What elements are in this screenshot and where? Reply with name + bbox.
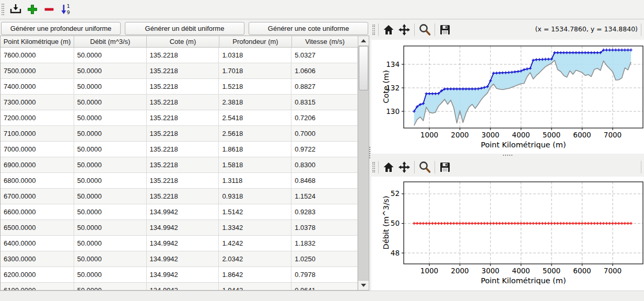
table-cell[interactable]: 50.0000 (74, 157, 147, 173)
table-cell[interactable]: 5.0327 (291, 48, 358, 63)
table-row[interactable]: 6600.000050.0000134.99421.51420.9283 (1, 204, 358, 220)
table-row[interactable]: 7500.000050.0000135.22181.70181.0606 (1, 63, 358, 79)
import-button[interactable] (7, 2, 24, 17)
table-row[interactable]: 6700.000050.0000135.22180.93181.1524 (1, 189, 358, 204)
table-cell[interactable]: 135.2218 (147, 173, 219, 189)
table-cell[interactable]: 135.2218 (147, 79, 219, 95)
table-cell[interactable]: 50.0000 (74, 110, 147, 126)
table-cell[interactable]: 135.2218 (147, 157, 219, 173)
table-row[interactable]: 6300.000050.0000134.99422.03421.0250 (1, 251, 358, 267)
table-row[interactable]: 6200.000050.0000134.99421.86420.7978 (1, 267, 358, 283)
table-cell[interactable]: 50.0000 (74, 236, 147, 251)
scrollbar-down-button[interactable] (358, 280, 369, 290)
table-cell[interactable]: 0.9641 (291, 283, 358, 291)
table-cell[interactable]: 1.1524 (291, 189, 358, 204)
table-cell[interactable]: 1.0318 (219, 48, 291, 63)
table-cell[interactable]: 0.9283 (291, 204, 358, 220)
table-cell[interactable]: 134.9942 (147, 204, 219, 220)
table-cell[interactable]: 134.9942 (147, 220, 219, 236)
table-cell[interactable]: 2.5618 (219, 126, 291, 142)
table-cell[interactable]: 2.5418 (219, 110, 291, 126)
table-cell[interactable]: 0.8315 (291, 95, 358, 110)
column-header-cote[interactable]: Cote (m) (147, 36, 219, 48)
home-button[interactable] (381, 159, 396, 175)
table-cell[interactable]: 135.2218 (147, 142, 219, 157)
table-cell[interactable]: 1.9442 (219, 283, 291, 291)
column-header-debit[interactable]: Débit (m^3/s) (74, 36, 147, 48)
table-cell[interactable]: 134.9942 (147, 283, 219, 291)
table-cell[interactable]: 1.5218 (219, 79, 291, 95)
table-cell[interactable]: 50.0000 (74, 173, 147, 189)
table-cell[interactable]: 50.0000 (74, 48, 147, 63)
table-cell[interactable]: 1.3342 (219, 220, 291, 236)
table-cell[interactable]: 50.0000 (74, 95, 147, 110)
table-cell[interactable]: 6100.0000 (1, 283, 74, 291)
table-cell[interactable]: 6200.0000 (1, 267, 74, 283)
table-cell[interactable]: 1.3118 (219, 173, 291, 189)
table-cell[interactable]: 50.0000 (74, 283, 147, 291)
column-header-pk[interactable]: Point Kilométrique (m) (1, 36, 74, 48)
table-cell[interactable]: 1.8642 (219, 267, 291, 283)
table-cell[interactable]: 50.0000 (74, 189, 147, 204)
table-cell[interactable]: 0.8827 (291, 79, 358, 95)
table-row[interactable]: 6500.000050.0000134.99421.33421.0378 (1, 220, 358, 236)
table-row[interactable]: 6800.000050.0000135.22181.31180.8468 (1, 173, 358, 189)
table-cell[interactable]: 50.0000 (74, 79, 147, 95)
table-cell[interactable]: 6900.0000 (1, 157, 74, 173)
table-cell[interactable]: 134.9942 (147, 251, 219, 267)
table-cell[interactable]: 1.0250 (291, 251, 358, 267)
table-cell[interactable]: 1.8618 (219, 142, 291, 157)
table-cell[interactable]: 1.7018 (219, 63, 291, 79)
table-cell[interactable]: 6600.0000 (1, 204, 74, 220)
table-row[interactable]: 7300.000050.0000135.22182.38180.8315 (1, 95, 358, 110)
cote-chart[interactable]: 1000200030004000500060007000130132134 Co… (371, 40, 644, 154)
table-cell[interactable]: 0.8300 (291, 157, 358, 173)
table-cell[interactable]: 6800.0000 (1, 173, 74, 189)
table-cell[interactable]: 50.0000 (74, 251, 147, 267)
table-cell[interactable]: 1.4242 (219, 236, 291, 251)
save-button[interactable] (437, 22, 453, 38)
remove-row-button[interactable] (41, 2, 57, 17)
table-row[interactable]: 7600.000050.0000135.22181.03185.0327 (1, 48, 358, 63)
table-cell[interactable]: 1.0378 (291, 220, 358, 236)
table-cell[interactable]: 6500.0000 (1, 220, 74, 236)
table-cell[interactable]: 135.2218 (147, 48, 219, 63)
table-cell[interactable]: 0.9318 (219, 189, 291, 204)
column-header-vitesse[interactable]: Vitesse (m/s) (292, 36, 358, 48)
table-cell[interactable]: 50.0000 (74, 204, 147, 220)
table-row[interactable]: 7100.000050.0000135.22182.56180.7000 (1, 126, 358, 142)
table-cell[interactable]: 7500.0000 (1, 63, 74, 79)
table-row[interactable]: 6400.000050.0000134.99421.42421.1832 (1, 236, 358, 251)
table-cell[interactable]: 134.9942 (147, 267, 219, 283)
add-row-button[interactable] (24, 2, 41, 17)
table-cell[interactable]: 135.2218 (147, 95, 219, 110)
table-row[interactable]: 7200.000050.0000135.22182.54180.7206 (1, 110, 358, 126)
table-cell[interactable]: 7200.0000 (1, 110, 74, 126)
generate-uniform-depth-button[interactable]: Générer une profondeur uniforme (1, 22, 121, 35)
table-cell[interactable]: 134.9942 (147, 236, 219, 251)
table-cell[interactable]: 50.0000 (74, 220, 147, 236)
table-row[interactable]: 7400.000050.0000135.22181.52180.8827 (1, 79, 358, 95)
generate-uniform-flow-button[interactable]: Générer un débit uniforme (125, 22, 244, 35)
table-cell[interactable]: 7300.0000 (1, 95, 74, 110)
column-header-profondeur[interactable]: Profondeur (m) (219, 36, 292, 48)
table-row[interactable]: 7000.000050.0000135.22181.86180.9722 (1, 142, 358, 157)
table-cell[interactable]: 7400.0000 (1, 79, 74, 95)
home-button[interactable] (381, 22, 396, 38)
generate-uniform-level-button[interactable]: Générer une cote uniforme (249, 22, 368, 35)
table-cell[interactable]: 0.7000 (291, 126, 358, 142)
toolbar-drag-handle[interactable] (372, 25, 375, 35)
table-cell[interactable]: 0.7978 (291, 267, 358, 283)
table-row[interactable]: 6100.000050.0000134.99421.94420.9641 (1, 283, 358, 291)
table-cell[interactable]: 135.2218 (147, 189, 219, 204)
table-cell[interactable]: 135.2218 (147, 126, 219, 142)
debit-plot-area[interactable]: 1000200030004000500060007000485052 (371, 177, 644, 291)
table-cell[interactable]: 7100.0000 (1, 126, 74, 142)
table-scrollbar[interactable] (358, 36, 369, 290)
table-cell[interactable]: 6300.0000 (1, 251, 74, 267)
table-cell[interactable]: 0.9722 (291, 142, 358, 157)
table-cell[interactable]: 1.5818 (219, 157, 291, 173)
table-cell[interactable]: 0.8468 (291, 173, 358, 189)
table-cell[interactable]: 135.2218 (147, 110, 219, 126)
table-row[interactable]: 6900.000050.0000135.22181.58180.8300 (1, 157, 358, 173)
